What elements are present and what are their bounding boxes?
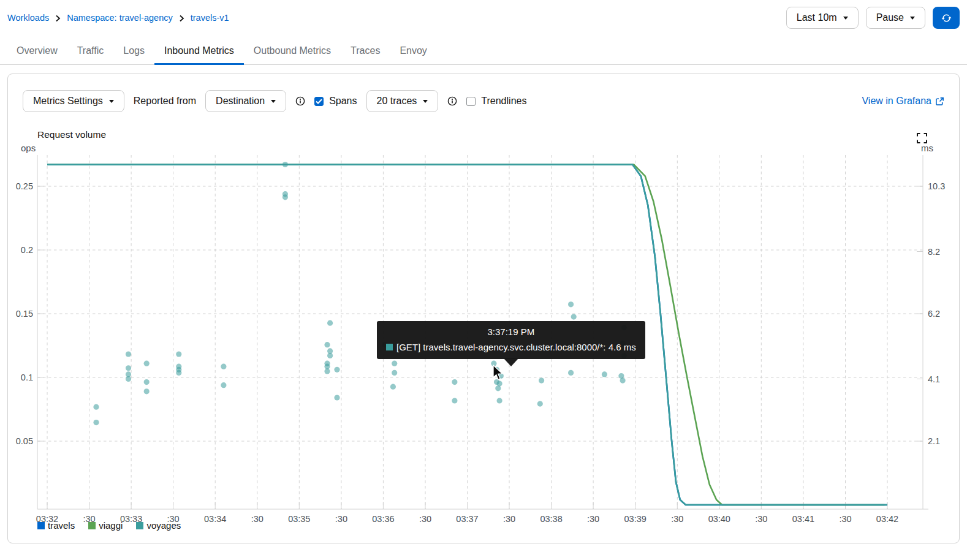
caret-down-icon (843, 17, 848, 22)
chart-title: Request volume (37, 129, 106, 140)
tab-envoy[interactable]: Envoy (390, 39, 436, 64)
trendlines-checkbox-group[interactable]: Trendlines (466, 96, 526, 107)
tab-logs[interactable]: Logs (113, 39, 154, 64)
refresh-button[interactable] (933, 7, 960, 29)
caret-down-icon (109, 100, 114, 105)
chevron-right-icon (179, 15, 184, 22)
tab-outbound-metrics[interactable]: Outbound Metrics (244, 39, 341, 64)
svg-text:0.1: 0.1 (21, 373, 33, 382)
spans-checkbox-label[interactable]: Spans (329, 96, 357, 107)
sync-icon (941, 13, 952, 23)
tab-traces[interactable]: Traces (341, 39, 390, 64)
tab-traffic[interactable]: Traffic (67, 39, 114, 64)
chart-toolbar: Metrics Settings Reported from Destinati… (23, 90, 944, 112)
refresh-interval-dropdown[interactable]: Pause (866, 7, 925, 29)
metrics-settings-dropdown[interactable]: Metrics Settings (23, 90, 124, 112)
metrics-card: Metrics Settings Reported from Destinati… (7, 74, 960, 543)
chevron-right-icon (55, 15, 61, 22)
breadcrumb-namespace[interactable]: Namespace: travel-agency (67, 13, 172, 23)
svg-text:03:37: 03:37 (456, 514, 478, 524)
mouse-cursor-icon (492, 365, 504, 381)
caret-down-icon (910, 17, 915, 22)
svg-text::30: :30 (755, 514, 767, 524)
svg-text:03:41: 03:41 (792, 514, 814, 524)
view-in-grafana-link[interactable]: View in Grafana (862, 96, 944, 107)
tab-bar: Overview Traffic Logs Inbound Metrics Ou… (0, 39, 967, 65)
svg-text::30: :30 (503, 514, 515, 524)
svg-text::30: :30 (419, 514, 431, 524)
svg-text:0.2: 0.2 (21, 245, 33, 255)
chart-legend: travels viaggi voyages (37, 520, 181, 531)
svg-text::30: :30 (251, 514, 264, 524)
check-icon (316, 99, 322, 104)
svg-text::30: :30 (839, 514, 851, 524)
reported-from-label: Reported from (134, 96, 196, 107)
breadcrumb-workload-name[interactable]: travels-v1 (191, 13, 229, 23)
svg-text:03:42: 03:42 (876, 514, 898, 524)
left-axis-unit: ops (21, 143, 36, 153)
legend-swatch (37, 522, 45, 529)
legend-label: voyages (146, 520, 181, 531)
metrics-settings-label: Metrics Settings (33, 96, 103, 107)
legend-swatch (88, 522, 96, 529)
svg-text::30: :30 (671, 514, 683, 524)
expand-chart-icon[interactable] (917, 133, 927, 145)
tab-inbound-metrics[interactable]: Inbound Metrics (154, 39, 244, 64)
reported-from-value: Destination (216, 96, 265, 107)
svg-text:2.1: 2.1 (928, 436, 940, 446)
time-controls: Last 10m Pause (786, 7, 960, 29)
metrics-chart[interactable]: 03:32:3003:33:3003:34:3003:35:3003:36:30… (8, 74, 960, 544)
kiali-workload-metrics-page: Workloads Namespace: travel-agency trave… (0, 0, 967, 560)
legend-label: viaggi (99, 520, 123, 531)
svg-text:0.15: 0.15 (16, 309, 33, 319)
caret-down-icon (423, 100, 428, 105)
trendlines-checkbox[interactable] (466, 97, 476, 106)
tooltip-series-marker (386, 344, 393, 350)
caret-down-icon (271, 100, 276, 105)
duration-value: Last 10m (797, 12, 837, 23)
info-icon[interactable] (447, 96, 457, 106)
svg-text:03:39: 03:39 (624, 514, 647, 524)
svg-text:03:35: 03:35 (288, 514, 310, 524)
traces-count-value: 20 traces (377, 96, 417, 107)
svg-text::30: :30 (335, 514, 347, 524)
trendlines-checkbox-label[interactable]: Trendlines (481, 96, 526, 107)
breadcrumb-workloads[interactable]: Workloads (7, 13, 49, 23)
svg-text:03:36: 03:36 (372, 514, 394, 524)
svg-text:0.05: 0.05 (16, 436, 33, 446)
svg-text:8.2: 8.2 (928, 247, 940, 257)
legend-item-travels[interactable]: travels (37, 520, 75, 531)
svg-text:03:40: 03:40 (708, 514, 730, 524)
top-bar: Workloads Namespace: travel-agency trave… (0, 0, 967, 31)
info-icon[interactable] (295, 96, 305, 106)
svg-text:0.25: 0.25 (16, 181, 33, 191)
breadcrumb: Workloads Namespace: travel-agency trave… (7, 13, 229, 23)
legend-swatch (136, 522, 143, 529)
reported-from-dropdown[interactable]: Destination (205, 90, 286, 112)
tab-overview[interactable]: Overview (7, 39, 67, 64)
grafana-link-label: View in Grafana (862, 96, 931, 107)
chart-hover-tooltip: 3:37:19 PM [GET] travels.travel-agency.s… (377, 321, 645, 359)
svg-text::30: :30 (587, 514, 599, 524)
svg-text:6.2: 6.2 (928, 309, 940, 319)
legend-item-voyages[interactable]: voyages (136, 520, 181, 531)
spans-checkbox[interactable] (314, 97, 324, 106)
traces-count-dropdown[interactable]: 20 traces (366, 90, 439, 112)
tooltip-span-text: [GET] travels.travel-agency.svc.cluster.… (396, 342, 636, 352)
external-link-icon (935, 97, 944, 106)
legend-label: travels (48, 520, 75, 531)
svg-text:4.1: 4.1 (928, 374, 940, 384)
spans-checkbox-group[interactable]: Spans (314, 96, 357, 107)
refresh-mode-value: Pause (876, 12, 904, 23)
tooltip-caret (504, 358, 518, 366)
legend-item-viaggi[interactable]: viaggi (88, 520, 123, 531)
tooltip-time: 3:37:19 PM (386, 327, 636, 337)
duration-dropdown[interactable]: Last 10m (786, 7, 859, 29)
svg-text:03:34: 03:34 (204, 514, 226, 524)
svg-text:10.3: 10.3 (928, 181, 945, 191)
svg-text:03:38: 03:38 (540, 514, 562, 524)
